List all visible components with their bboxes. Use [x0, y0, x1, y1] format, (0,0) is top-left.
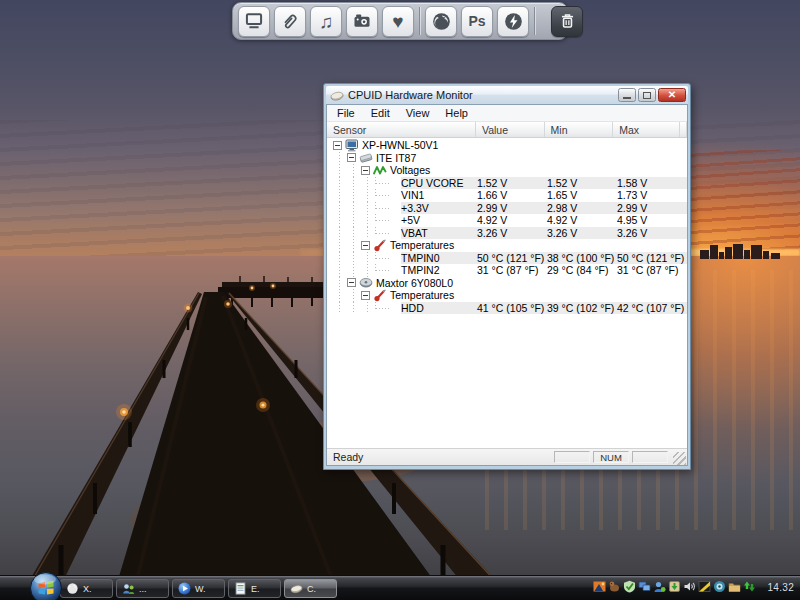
tree-rail: [361, 177, 375, 190]
computer-icon: [345, 139, 359, 152]
cpuid-icon: [290, 582, 303, 595]
taskbar-buttons: X....W.E.C.: [60, 579, 337, 598]
sensor-value: 3.26 V: [477, 227, 547, 240]
column-min[interactable]: Min: [545, 122, 614, 137]
taskbar-button-cpuid[interactable]: C.: [284, 579, 337, 598]
tree-rail: [333, 214, 347, 227]
status-cell-num: NUM: [593, 451, 629, 463]
network-icon: [638, 580, 651, 593]
tree-rail: [361, 214, 375, 227]
tree-elbow: [375, 214, 401, 227]
tree-row-tmpin0[interactable]: TMPIN050 °C (121 °F)38 °C (100 °F)50 °C …: [327, 252, 687, 265]
taskbar-button-label: ...: [139, 584, 147, 594]
collapse-toggle[interactable]: [361, 166, 370, 175]
photoshop-icon: Ps: [468, 14, 485, 28]
tree-row-vbat[interactable]: VBAT3.26 V3.26 V3.26 V: [327, 227, 687, 240]
cpuid-hardware-monitor-window: CPUID Hardware Monitor ✕ FileEditViewHel…: [323, 83, 691, 470]
firefox-dock-button[interactable]: [425, 6, 457, 37]
messenger-tray-icon: [653, 580, 666, 593]
column-spacer: [680, 122, 687, 137]
tree-rail: [361, 189, 375, 202]
desktop: ♫♥Ps CPUID Hardware Monitor ✕ FileEditVi…: [0, 0, 800, 600]
tree-rail: [347, 227, 361, 240]
sensor-value: 41 °C (105 °F): [477, 302, 547, 315]
tree-row-xp-hwnl-50v1[interactable]: XP-HWNL-50V1: [327, 139, 687, 152]
column-max[interactable]: Max: [613, 122, 680, 137]
launcher-dock: ♫♥Ps: [232, 2, 568, 40]
camera-dock-button[interactable]: [346, 6, 378, 37]
heart-dock-button[interactable]: ♥: [382, 6, 414, 37]
tree-row--5v[interactable]: +5V4.92 V4.92 V4.95 V: [327, 214, 687, 227]
tree-row-tmpin2[interactable]: TMPIN231 °C (87 °F)29 °C (84 °F)31 °C (8…: [327, 264, 687, 277]
row-band: +3.3V2.99 V2.98 V2.99 V: [401, 202, 687, 215]
messenger-icon: [122, 582, 135, 595]
sensor-tree: XP-HWNL-50V1ITE IT87VoltagesCPU VCORE1.5…: [327, 138, 687, 448]
window-title: CPUID Hardware Monitor: [348, 89, 616, 101]
taskbar-button-messenger[interactable]: ...: [116, 579, 169, 598]
tree-row-maxtor-6y080l0[interactable]: Maxtor 6Y080L0: [327, 277, 687, 290]
tree-rail: [333, 202, 347, 215]
display-icon: [698, 580, 711, 593]
tree-node-label: Maxtor 6Y080L0: [376, 277, 453, 290]
collapse-toggle[interactable]: [333, 141, 342, 150]
tree-row-temperatures[interactable]: Temperatures: [327, 239, 687, 252]
menu-help[interactable]: Help: [437, 106, 476, 120]
tree-rail: [347, 252, 361, 265]
column-value[interactable]: Value: [476, 122, 545, 137]
tree-rail: [347, 302, 361, 315]
tree-node-label: XP-HWNL-50V1: [362, 139, 438, 152]
tree-row-ite-it87[interactable]: ITE IT87: [327, 152, 687, 165]
sensor-name: TMPIN2: [401, 264, 477, 277]
tree-rail: [361, 302, 375, 315]
column-sensor[interactable]: Sensor: [327, 122, 476, 137]
sensor-max: 1.73 V: [617, 189, 687, 202]
start-button[interactable]: [29, 571, 63, 600]
sensor-min: 3.26 V: [547, 227, 617, 240]
sensor-min: 4.92 V: [547, 214, 617, 227]
sensor-name: VBAT: [401, 227, 477, 240]
tree-row-vin1[interactable]: VIN11.66 V1.65 V1.73 V: [327, 189, 687, 202]
menu-file[interactable]: File: [329, 106, 363, 120]
taskbar-button-media-player[interactable]: W.: [172, 579, 225, 598]
minimize-button[interactable]: [618, 88, 636, 102]
tree-row-voltages[interactable]: Voltages: [327, 164, 687, 177]
tree-row-cpu-vcore[interactable]: CPU VCORE1.52 V1.52 V1.58 V: [327, 177, 687, 190]
lightning-dock-button[interactable]: [497, 6, 529, 37]
tree-rail: [333, 189, 347, 202]
temperature-icon: [373, 289, 387, 302]
close-button[interactable]: ✕: [658, 88, 686, 102]
collapse-toggle[interactable]: [347, 278, 356, 287]
tree-row--3-3v[interactable]: +3.3V2.99 V2.98 V2.99 V: [327, 202, 687, 215]
titlebar[interactable]: CPUID Hardware Monitor ✕: [326, 86, 688, 104]
sensor-value: 50 °C (121 °F): [477, 252, 547, 265]
tree-elbow: [375, 227, 401, 240]
music-icon: ♫: [319, 12, 333, 31]
menu-edit[interactable]: Edit: [363, 106, 398, 120]
collapse-toggle[interactable]: [347, 153, 356, 162]
trash-dock-button[interactable]: [551, 6, 583, 37]
trash-icon: [558, 11, 577, 31]
tree-rail: [333, 177, 347, 190]
photoshop-dock-button[interactable]: Ps: [461, 6, 493, 37]
tree-row-temperatures[interactable]: Temperatures: [327, 289, 687, 302]
taskbar: X....W.E.C. 14.32: [0, 575, 800, 600]
taskbar-button-document[interactable]: E.: [228, 579, 281, 598]
monitor-icon: [244, 11, 264, 31]
taskbar-button-firefox[interactable]: X.: [60, 579, 113, 598]
maximize-button[interactable]: [638, 88, 656, 102]
tree-rail: [347, 239, 361, 252]
taskbar-clock[interactable]: 14.32: [767, 582, 794, 593]
sensor-min: 39 °C (102 °F): [547, 302, 617, 315]
status-text: Ready: [333, 451, 554, 463]
music-dock-button[interactable]: ♫: [310, 6, 342, 37]
dock-separator: [419, 7, 420, 35]
tree-row-hdd[interactable]: HDD41 °C (105 °F)39 °C (102 °F)42 °C (10…: [327, 302, 687, 315]
resize-grip[interactable]: [673, 452, 686, 465]
menu-view[interactable]: View: [398, 106, 438, 120]
monitor-dock-button[interactable]: [238, 6, 270, 37]
row-band: VBAT3.26 V3.26 V3.26 V: [401, 227, 687, 240]
collapse-toggle[interactable]: [361, 241, 370, 250]
collapse-toggle[interactable]: [361, 291, 370, 300]
paperclip-dock-button[interactable]: [274, 6, 306, 37]
window-body: FileEditViewHelp Sensor Value Min Max XP…: [326, 104, 688, 466]
